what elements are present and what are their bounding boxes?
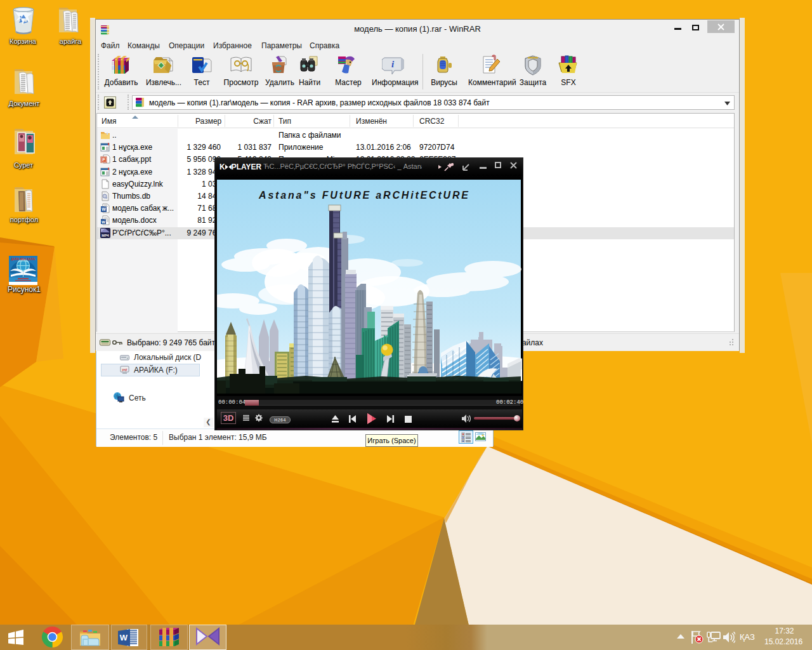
svg-text:pqi: pqi bbox=[122, 368, 128, 371]
svg-text:MP4: MP4 bbox=[102, 234, 109, 237]
svg-text:Astana"s FUtURE aRCHitECtURE: Astana"s FUtURE aRCHitECtURE bbox=[258, 190, 469, 201]
svg-text:P: P bbox=[102, 157, 105, 162]
svg-text:W: W bbox=[120, 633, 128, 642]
svg-text:ДАЛА МЕН ҚАЛА: ДАЛА МЕН ҚАЛА bbox=[11, 258, 36, 261]
svg-text:W: W bbox=[102, 207, 106, 211]
svg-text:w: w bbox=[101, 220, 105, 224]
